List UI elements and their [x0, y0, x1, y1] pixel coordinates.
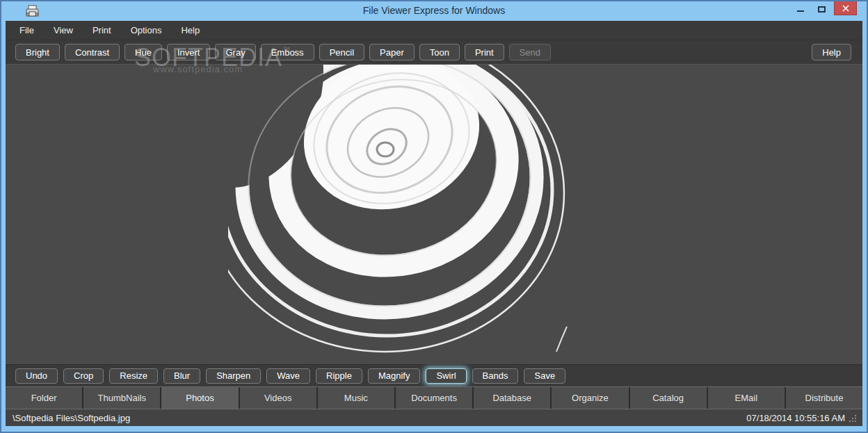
toon-button[interactable]: Toon — [419, 44, 460, 60]
pencil-button[interactable]: Pencil — [319, 44, 364, 60]
print-button[interactable]: Print — [465, 44, 504, 60]
status-file-path: \Softpedia Files\Softpedia.jpg — [13, 413, 130, 423]
minimize-icon — [797, 10, 804, 12]
app-window: File Viewer Express for Windows File — [0, 0, 868, 433]
window-content: File View Print Options Help Bright Cont… — [6, 21, 862, 426]
status-bar: \Softpedia Files\Softpedia.jpg 07/18/201… — [6, 409, 862, 426]
menu-file[interactable]: File — [10, 21, 44, 40]
swirl-button[interactable]: Swirl — [426, 368, 466, 384]
undo-button[interactable]: Undo — [15, 368, 58, 384]
gray-button[interactable]: Gray — [215, 44, 255, 60]
minimize-button[interactable] — [790, 1, 811, 17]
tab-thumbnails[interactable]: ThumbNails — [83, 387, 161, 409]
tab-email[interactable]: EMail — [708, 387, 786, 409]
title-bar: File Viewer Express for Windows — [1, 1, 867, 21]
caption-controls — [790, 1, 857, 18]
hue-button[interactable]: Hue — [124, 44, 162, 60]
menu-help[interactable]: Help — [171, 21, 209, 40]
tab-database[interactable]: Database — [474, 387, 552, 409]
menu-view[interactable]: View — [44, 21, 83, 40]
image-canvas[interactable] — [6, 65, 862, 364]
tab-photos[interactable]: Photos — [161, 387, 239, 409]
tab-music[interactable]: Music — [318, 387, 396, 409]
resize-button[interactable]: Resize — [109, 368, 158, 384]
window-title: File Viewer Express for Windows — [1, 1, 867, 21]
tab-videos[interactable]: Videos — [240, 387, 318, 409]
emboss-button[interactable]: Emboss — [261, 44, 314, 60]
resize-grip-icon[interactable] — [849, 415, 857, 423]
close-button[interactable] — [834, 1, 857, 15]
bright-button[interactable]: Bright — [15, 44, 60, 60]
tab-documents[interactable]: Documents — [396, 387, 474, 409]
swirl-image — [6, 65, 862, 364]
tab-organize[interactable]: Organize — [552, 387, 629, 409]
close-icon — [842, 5, 849, 12]
menu-bar: File View Print Options Help — [6, 21, 862, 40]
bands-button[interactable]: Bands — [472, 368, 519, 384]
status-timestamp: 07/18/2014 10:55:16 AM — [746, 413, 845, 423]
category-tab-bar: Folder ThumbNails Photos Videos Music Do… — [6, 386, 862, 409]
send-button: Send — [509, 44, 551, 60]
invert-button[interactable]: Invert — [167, 44, 211, 60]
save-button[interactable]: Save — [524, 368, 565, 384]
magnify-button[interactable]: Magnify — [368, 368, 421, 384]
tab-distribute[interactable]: Distribute — [786, 387, 862, 409]
ripple-button[interactable]: Ripple — [316, 368, 362, 384]
help-button[interactable]: Help — [812, 44, 851, 60]
sharpen-button[interactable]: Sharpen — [206, 368, 261, 384]
menu-print[interactable]: Print — [83, 21, 121, 40]
tab-folder[interactable]: Folder — [6, 387, 83, 409]
maximize-icon — [818, 6, 826, 13]
printer-icon — [25, 5, 40, 17]
crop-button[interactable]: Crop — [63, 368, 104, 384]
tab-catalog[interactable]: Catalog — [630, 387, 708, 409]
blur-button[interactable]: Blur — [163, 368, 200, 384]
paper-button[interactable]: Paper — [369, 44, 415, 60]
contrast-button[interactable]: Contrast — [65, 44, 120, 60]
menu-options[interactable]: Options — [121, 21, 172, 40]
wave-button[interactable]: Wave — [266, 368, 310, 384]
top-toolbar: Bright Contrast Hue Invert Gray Emboss P… — [6, 40, 862, 65]
bottom-toolbar: Undo Crop Resize Blur Sharpen Wave Rippl… — [6, 364, 862, 386]
maximize-button[interactable] — [811, 1, 832, 17]
